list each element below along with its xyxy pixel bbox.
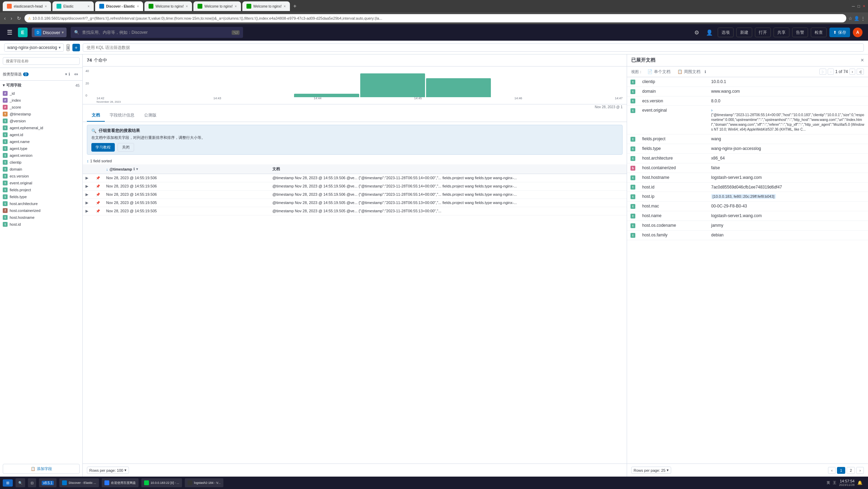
taskbar-item-discover[interactable]: Discover - Elastic ... <box>59 478 99 487</box>
address-bar[interactable]: ⚠ 10.0.0.186:5601/app/discover#/?_g=(fil… <box>24 14 846 22</box>
row-pin-btn[interactable]: 📌 <box>93 174 103 182</box>
bookmark-btn[interactable]: ☆ <box>848 16 852 21</box>
tab-nginx-1[interactable]: Welcome to nginx! × <box>144 1 192 11</box>
field-item-host-hostname[interactable]: t host.hostname <box>0 214 82 221</box>
save-button[interactable]: ⬆ 保存 <box>829 28 850 37</box>
alerts-button[interactable]: 告警 <box>792 28 808 37</box>
reload-button[interactable]: ↻ <box>16 15 22 22</box>
filter-info-icon[interactable]: ℹ <box>69 72 70 77</box>
row-expand-btn[interactable]: ▶ <box>83 182 93 191</box>
field-item-fields-type[interactable]: t fields.type <box>0 193 82 200</box>
field-item-agent-name[interactable]: t agent.name <box>0 138 82 145</box>
th-timestamp[interactable]: ↓ @timestamp ℹ ▾ <box>103 164 270 174</box>
maximize-btn[interactable]: □ <box>858 4 860 9</box>
minimize-btn[interactable]: ─ <box>852 4 855 9</box>
help-button[interactable]: 👤 <box>704 28 715 37</box>
next-page-btn[interactable]: › <box>856 467 864 474</box>
info-button[interactable]: ℹ <box>67 44 70 51</box>
expand-indicator[interactable]: › <box>711 108 713 113</box>
tab-close-btn[interactable]: × <box>88 4 90 8</box>
index-pattern-selector[interactable]: wang-nginx-json-accesslog ▾ <box>4 43 64 52</box>
hamburger-menu[interactable]: ☰ <box>6 27 14 38</box>
available-fields-title[interactable]: ▾ 可用字段 <box>3 83 21 88</box>
tab-discover-elastic[interactable]: Discover - Elastic × <box>95 1 143 11</box>
tab-close-btn[interactable]: × <box>186 4 188 8</box>
tab-close-btn[interactable]: × <box>284 4 286 8</box>
field-item-fields-project[interactable]: t fields.project <box>0 186 82 193</box>
field-item-host-id[interactable]: t host.id <box>0 221 82 228</box>
field-search-input[interactable] <box>3 57 80 65</box>
field-item-agent-type[interactable]: t agent.type <box>0 145 82 152</box>
page-1-btn[interactable]: 1 <box>837 467 845 474</box>
close-btn[interactable]: × <box>863 4 865 9</box>
single-doc-tab[interactable]: 📄 单个文档 <box>647 69 670 75</box>
tab-close-btn[interactable]: × <box>235 4 237 8</box>
row-pin-btn[interactable]: 📌 <box>93 207 103 215</box>
field-item-version[interactable]: t @version <box>0 118 82 124</box>
user-avatar[interactable]: A <box>853 28 862 37</box>
doc-nav-next-btn[interactable]: › <box>849 69 856 75</box>
tab-nginx-3[interactable]: Welcome to nginx! × <box>242 1 290 11</box>
doc-panel-close-button[interactable]: × <box>861 57 864 63</box>
taskbar-item-taskview[interactable]: ⊡ <box>28 478 36 487</box>
field-item-agent-eid[interactable]: t agent.ephemeral_id <box>0 124 82 131</box>
field-item-host-arch[interactable]: t host.architecture <box>0 200 82 207</box>
sort-chevron[interactable]: ▾ <box>136 167 138 171</box>
kql-input[interactable] <box>83 43 864 52</box>
taskbar-item-baidu[interactable]: 欢迎使用百度网盘 <box>102 478 139 487</box>
options-button[interactable]: 选项 <box>718 28 734 37</box>
doc-rows-per-page[interactable]: Rows per page: 25 ▾ <box>631 467 671 474</box>
page-2-btn[interactable]: 2 <box>847 467 855 474</box>
tab-elasticsearch-head[interactable]: elasticsearch-head × <box>3 1 51 11</box>
inspect-button[interactable]: 检查 <box>811 28 827 37</box>
open-button[interactable]: 打开 <box>755 28 771 37</box>
sidebar-collapse-btn[interactable]: ⇔ <box>73 70 80 78</box>
menu-btn[interactable]: ⋮ <box>861 16 865 21</box>
new-tab-button[interactable]: + <box>291 3 299 9</box>
row-expand-btn[interactable]: ▶ <box>83 199 93 207</box>
field-item-agent-id[interactable]: t agent.id <box>0 131 82 138</box>
tab-nginx-2[interactable]: Welcome to nginx! × <box>193 1 241 11</box>
taskbar-item-terminal2[interactable]: logstash2-184 - V... <box>185 478 223 487</box>
field-item-timestamp[interactable]: T @timestamp <box>0 111 82 118</box>
field-item-index[interactable]: # _index <box>0 97 82 104</box>
chart-bars-container[interactable] <box>97 69 623 97</box>
new-button[interactable]: 新建 <box>736 28 752 37</box>
help-icon[interactable]: ℹ <box>705 70 706 74</box>
field-item-ecs-version[interactable]: t ecs.version <box>0 173 82 180</box>
doc-nav-first-btn[interactable]: |‹ <box>819 69 827 75</box>
row-expand-btn[interactable]: ▶ <box>83 207 93 215</box>
tab-elastic[interactable]: Elastic × <box>52 1 94 11</box>
taskbar-item-search[interactable]: 🔍 <box>16 478 25 487</box>
start-button[interactable]: ⊞ <box>3 479 13 487</box>
row-pin-btn[interactable]: 📌 <box>93 199 103 207</box>
field-item-event-original[interactable]: t event.original <box>0 180 82 186</box>
field-item-host-containerized[interactable]: f host.containerized <box>0 207 82 214</box>
tab-documents[interactable]: 文档 <box>87 110 105 122</box>
forward-button[interactable]: › <box>9 15 14 22</box>
row-pin-btn[interactable]: 📌 <box>93 182 103 191</box>
field-item-score[interactable]: # _score <box>0 104 82 111</box>
field-item-clientip[interactable]: t clientip <box>0 159 82 166</box>
row-pin-btn[interactable]: 📌 <box>93 191 103 199</box>
add-field-button[interactable]: 📋 添加字段 <box>3 464 80 474</box>
row-expand-btn[interactable]: ▶ <box>83 174 93 182</box>
timestamp-info-icon[interactable]: ℹ <box>133 167 135 171</box>
taskbar-item-terminal1[interactable]: 10.0.0.183:22 [0] - ... <box>141 478 182 487</box>
add-filter-button[interactable]: + <box>72 44 80 51</box>
row-expand-btn[interactable]: ▶ <box>83 191 93 199</box>
surrounding-docs-tab[interactable]: 📋 周围文档 <box>677 69 700 75</box>
prev-page-btn[interactable]: ‹ <box>828 467 836 474</box>
taskbar-item-version[interactable]: v8.5.1 <box>39 478 57 487</box>
doc-nav-last-btn[interactable]: ›| <box>857 69 864 75</box>
tab-close-btn[interactable]: × <box>137 4 139 8</box>
learn-tutorial-button[interactable]: 学习教程 <box>91 143 115 152</box>
back-button[interactable]: ‹ <box>3 15 7 22</box>
settings-button[interactable]: ⚙ <box>692 28 701 37</box>
share-button[interactable]: 共享 <box>774 28 789 37</box>
global-search[interactable]: 🔍 查找应用、内容等，例如：Discover ⌥/ <box>71 27 243 38</box>
notification-btn[interactable]: 🔔 <box>857 480 862 485</box>
tab-field-stats[interactable]: 字段统计信息 <box>105 110 139 122</box>
profile-btn[interactable]: 👤 <box>854 16 859 21</box>
tab-close-btn[interactable]: × <box>45 4 47 8</box>
